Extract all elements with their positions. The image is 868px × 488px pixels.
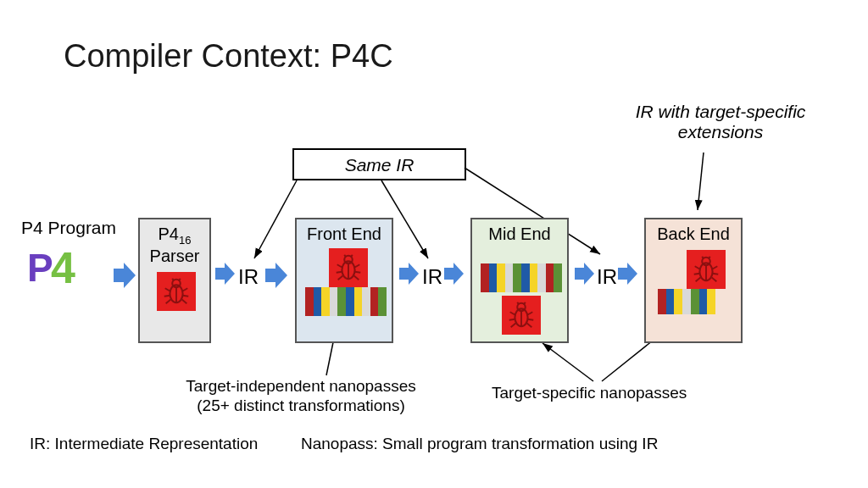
- svg-line-49: [696, 278, 701, 282]
- svg-line-28: [354, 276, 359, 280]
- back-title: Back End: [646, 225, 741, 244]
- bug-icon: [502, 296, 541, 335]
- stage-mid-end: Mid End: [470, 218, 569, 343]
- definition-ir: IR: Intermediate Representation: [30, 435, 258, 453]
- svg-line-39: [527, 324, 532, 328]
- same-ir-box: Same IR: [292, 148, 466, 180]
- svg-line-15: [183, 296, 189, 297]
- front-title: Front End: [297, 225, 392, 244]
- nanopass-bars-front: [305, 287, 387, 316]
- svg-line-27: [338, 276, 343, 280]
- ir-label-1: IR: [238, 265, 259, 289]
- annotation-target-specific: Target-specific nanopasses: [492, 384, 687, 402]
- svg-line-5: [542, 343, 593, 381]
- flow-arrow-4: [398, 263, 419, 285]
- bug-icon: [687, 250, 726, 289]
- input-label: P4 Program: [21, 218, 116, 238]
- nanopass-bars-mid: [481, 263, 562, 292]
- flow-arrow-7: [617, 263, 637, 285]
- svg-text:4: 4: [51, 244, 75, 292]
- svg-line-48: [713, 274, 719, 274]
- slide-title: Compiler Context: P4C: [64, 38, 393, 75]
- nanopass-bars-back: [658, 289, 715, 314]
- mid-title: Mid End: [472, 225, 567, 244]
- ir-label-2: IR: [422, 265, 442, 289]
- svg-text:P: P: [27, 246, 53, 290]
- stage-front-end: Front End: [295, 218, 393, 343]
- p4-logo-icon: P 4: [25, 244, 93, 295]
- parser-title: P416Parser: [140, 225, 209, 265]
- bug-icon: [329, 248, 368, 287]
- stage-back-end: Back End: [644, 218, 743, 343]
- svg-line-25: [337, 272, 342, 273]
- ir-label-3: IR: [597, 265, 617, 289]
- flow-arrow-5: [443, 263, 464, 285]
- svg-line-36: [509, 319, 515, 320]
- svg-line-17: [182, 300, 187, 304]
- svg-line-47: [694, 274, 700, 274]
- flow-arrow-6: [574, 263, 594, 285]
- definition-nanopass: Nanopass: Small program transformation u…: [301, 435, 658, 453]
- svg-line-16: [166, 300, 171, 304]
- svg-line-26: [355, 272, 361, 273]
- svg-line-38: [511, 324, 516, 328]
- annotation-ir-extensions: IR with target-specific extensions: [627, 102, 814, 142]
- bug-icon: [157, 272, 196, 311]
- svg-line-50: [712, 278, 717, 282]
- stage-parser: P416Parser: [138, 218, 211, 343]
- svg-line-14: [164, 296, 170, 297]
- flow-arrow-3: [264, 263, 287, 288]
- flow-arrow-1: [112, 263, 136, 288]
- svg-line-3: [698, 152, 704, 210]
- flow-arrow-2: [214, 263, 235, 285]
- pipeline-row: P4 Program P 4 P416Parser IR Front End I…: [0, 216, 868, 347]
- svg-line-37: [528, 319, 534, 320]
- annotation-target-independent: Target-independent nanopasses (25+ disti…: [178, 377, 424, 416]
